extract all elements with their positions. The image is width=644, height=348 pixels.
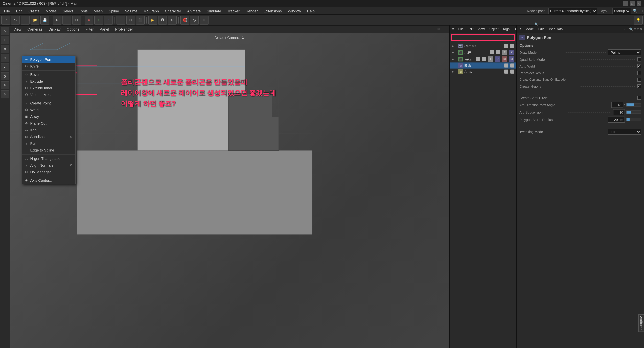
yuka-tag[interactable]: T (488, 57, 493, 62)
create-ngons-checkbox[interactable] (637, 84, 641, 88)
polygon-brush-input[interactable] (608, 117, 625, 123)
solo-btn[interactable]: ◎ (190, 16, 199, 24)
yuka-extra-tag2[interactable]: ⊠ (509, 57, 514, 62)
ctx-item-iron[interactable]: ▭ Iron (22, 127, 75, 133)
ctx-item-bevel[interactable]: ◇ Bevel (22, 71, 75, 78)
open-btn[interactable]: 📁 (30, 16, 39, 24)
ctx-item-plane-cut[interactable]: ⊘ Plane Cut (22, 120, 75, 127)
vp-menu-filter[interactable]: Filter (84, 26, 96, 32)
tool-move[interactable]: ✛ (1, 36, 9, 44)
menu-render[interactable]: Render (243, 8, 260, 14)
om-edit[interactable]: Edit (466, 27, 475, 32)
arc-subdivision-input[interactable] (613, 109, 625, 115)
snap-btn[interactable]: 🧲 (180, 16, 189, 24)
auto-weld-checkbox[interactable] (637, 64, 641, 68)
menu-extensions[interactable]: Extensions (261, 8, 284, 14)
minimize-btn[interactable]: — (623, 1, 628, 6)
render-to-picture-btn[interactable]: 🖼 (158, 16, 167, 24)
menu-tools[interactable]: Tools (76, 8, 90, 14)
ctx-item-edge-to-spline[interactable]: ~ Edge to Spline (22, 147, 75, 154)
obj-item-camera[interactable]: ▶ 📷 Camera (450, 43, 516, 49)
om-tags[interactable]: Tags (501, 27, 511, 32)
y-axis-btn[interactable]: Y (94, 16, 103, 24)
ctx-item-create-point[interactable]: · Create Point (22, 100, 75, 107)
polygon-brush-slider[interactable] (626, 118, 641, 121)
arc-direction-slider[interactable] (626, 103, 641, 107)
menu-modes[interactable]: Modes (43, 8, 59, 14)
vp-menu-prorender[interactable]: ProRender (113, 26, 135, 32)
z-axis-btn[interactable]: Z (104, 16, 113, 24)
redo-btn[interactable]: ↪ (11, 16, 20, 24)
obj-render-tenjo[interactable] (496, 50, 500, 55)
viewport-3d[interactable]: Default Camera ⚙ 폴리곤펜으로 새로운 폴리곤을 만들었을때 레… (10, 33, 449, 348)
menu-volume[interactable]: Volume (122, 8, 140, 14)
grid-btn[interactable]: ⊞ (200, 16, 208, 24)
om-file[interactable]: File (457, 27, 465, 32)
coplanar-checkbox[interactable] (637, 78, 641, 82)
save-btn[interactable]: 💾 (40, 16, 49, 24)
move-btn[interactable]: ✛ (62, 16, 71, 24)
obj-item-zuhua[interactable]: ⊟ 图画 (450, 63, 516, 69)
props-controls[interactable]: 🔍 ⊟ □ ⊠ (629, 27, 643, 31)
menu-mesh[interactable]: Mesh (91, 8, 106, 14)
menu-spline[interactable]: Spline (106, 8, 122, 14)
node-space-dropdown[interactable]: Current (Standard/Physical) (548, 8, 597, 14)
vp-menu-panel[interactable]: Panel (98, 26, 111, 32)
obj-vis-array[interactable] (504, 70, 508, 74)
tweaking-mode-dropdown[interactable]: Full Simple (608, 129, 641, 135)
point-mode-btn[interactable]: · (116, 16, 125, 24)
render-settings-btn[interactable]: ⚙ (168, 16, 176, 24)
ctx-item-weld[interactable]: ⌬ Weld (22, 107, 75, 113)
ctx-item-volume-mesh[interactable]: ⬡ Volume Mesh (22, 91, 75, 98)
menu-character[interactable]: Character (162, 8, 184, 14)
vp-menu-options[interactable]: Options (65, 26, 82, 32)
new-btn[interactable]: + (21, 16, 30, 24)
attributes-tab[interactable]: Attributes (638, 314, 644, 332)
props-edit[interactable]: Edit (536, 27, 545, 32)
menu-file[interactable]: File (1, 8, 12, 14)
tenjo-phong-tag[interactable]: P (509, 50, 514, 55)
align-normals-settings-icon[interactable]: ⚙ (70, 164, 72, 167)
props-mode[interactable]: Mode (524, 27, 535, 32)
subdivide-settings-icon[interactable]: ⚙ (70, 135, 72, 138)
rotate-btn[interactable]: ↻ (53, 16, 62, 24)
obj-vis-yuka[interactable] (476, 57, 480, 61)
props-back[interactable]: ← (622, 27, 628, 32)
ctx-item-polygon-pen[interactable]: ✏ Polygon Pen (22, 56, 75, 63)
om-view[interactable]: View (476, 27, 486, 32)
quad-strip-checkbox[interactable] (637, 58, 641, 62)
yuka-phong-tag[interactable]: P (495, 57, 500, 62)
menu-mograph[interactable]: MoGraph (141, 8, 162, 14)
tool-paint[interactable]: 🖌 (1, 63, 9, 71)
obj-render-yuka[interactable] (482, 57, 486, 61)
obj-expand-tenjo[interactable]: ▶ (452, 51, 457, 54)
ctx-item-subdivide[interactable]: ⊟ Subdivide ⚙ (22, 133, 75, 140)
arc-direction-input[interactable] (612, 102, 623, 108)
draw-mode-dropdown[interactable]: Points Lines Polygons (608, 49, 641, 56)
menu-help[interactable]: Help (304, 8, 317, 14)
filter-icon[interactable]: ⊟ (640, 9, 643, 13)
obj-expand-yuka[interactable]: ▶ (452, 58, 457, 61)
om-hamburger[interactable]: ≡ (451, 27, 456, 32)
tool-rotate[interactable]: ↻ (1, 45, 9, 53)
obj-render-camera[interactable] (510, 44, 514, 48)
undo-btn[interactable]: ↩ (1, 16, 10, 24)
obj-vis-zuhua[interactable] (504, 64, 508, 68)
ctx-item-extrude-inner[interactable]: ⊡ Extrude Inner (22, 85, 75, 91)
window-controls[interactable]: — □ ✕ (623, 1, 641, 6)
menu-simulate[interactable]: Simulate (204, 8, 224, 14)
obj-render-array[interactable] (510, 70, 514, 74)
obj-item-yuka[interactable]: ▶ ⬛ yuka T P ⊞ ⊠ (450, 56, 516, 63)
vp-menu-display[interactable]: Display (46, 26, 62, 32)
om-object[interactable]: Object (487, 27, 500, 32)
obj-render-zuhua[interactable] (510, 64, 514, 68)
tenjo-tag[interactable]: T (502, 50, 507, 55)
menu-select[interactable]: Select (60, 8, 76, 14)
render-btn[interactable]: ▶ (148, 16, 157, 24)
menu-create[interactable]: Create (26, 8, 42, 14)
vp-menu-cameras[interactable]: Cameras (25, 26, 44, 32)
edge-mode-btn[interactable]: ⊟ (126, 16, 135, 24)
obj-expand-camera[interactable]: ▶ (452, 44, 457, 48)
search-icon[interactable]: 🔍 (633, 9, 638, 13)
obj-vis-camera[interactable] (504, 44, 508, 48)
